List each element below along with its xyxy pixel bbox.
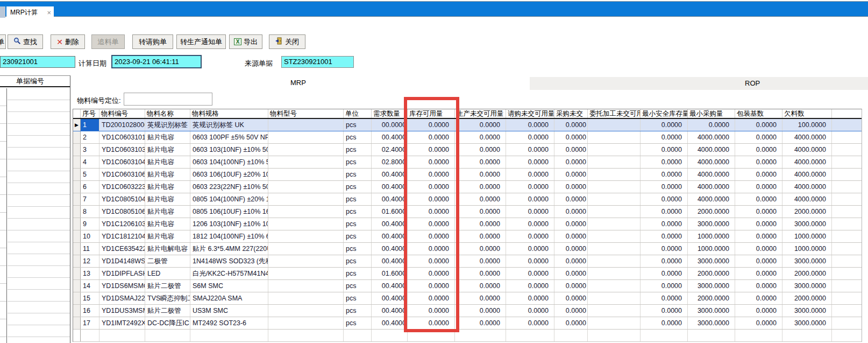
cell-seq[interactable]: 11: [81, 243, 99, 255]
cell-minpurch[interactable]: 1000.0000: [688, 230, 735, 242]
cell-fill[interactable]: [832, 317, 862, 329]
cell-req[interactable]: 0.0000: [506, 181, 554, 193]
cell-fill[interactable]: [832, 156, 862, 168]
cell-pack[interactable]: 0.0000: [735, 169, 782, 180]
column-header-req[interactable]: 请购未交可用量: [506, 109, 554, 118]
cell-spec[interactable]: 0603 100PF ±5% 50V NPO: [190, 131, 268, 143]
cell-model[interactable]: [268, 230, 344, 242]
cell-model[interactable]: [268, 305, 344, 317]
cell-prod[interactable]: 0.0000: [455, 280, 506, 292]
cell-consign[interactable]: [588, 144, 641, 156]
cell-model[interactable]: [268, 280, 344, 292]
cell-model[interactable]: [268, 255, 344, 267]
cell-short[interactable]: 3000.0000: [782, 218, 832, 230]
cell-unit[interactable]: pcs: [344, 169, 372, 180]
cell-unit[interactable]: pcs: [344, 317, 372, 329]
cell-minsafe[interactable]: 0.0000: [641, 268, 688, 279]
cell-stock[interactable]: 0.0000: [408, 305, 455, 317]
cell-prod[interactable]: 0.0000: [455, 206, 506, 218]
cell-unit[interactable]: pcs: [344, 230, 372, 242]
cell-prod[interactable]: 0.0000: [455, 169, 506, 180]
cell-demand[interactable]: 00.4000: [372, 280, 408, 292]
table-row[interactable]: 10YD1C1812104J贴片电容1812 104(100NF) ±10% 6…: [73, 230, 862, 243]
tab-rop[interactable]: [530, 77, 868, 90]
cell-stock[interactable]: 0.0000: [408, 280, 455, 292]
cell-model[interactable]: [268, 268, 344, 279]
cell-fill[interactable]: [832, 169, 862, 180]
cell-code[interactable]: YD1C0603106K: [99, 169, 145, 180]
cell-name[interactable]: 贴片电解电容: [145, 243, 190, 255]
table-row[interactable]: 6YD1C0603223K贴片电容0603 223(22NF) ±10% 50V…: [73, 181, 862, 193]
cell-purch[interactable]: 0.0000: [554, 206, 588, 218]
cell-pack[interactable]: 0.0000: [735, 156, 782, 168]
cell-demand[interactable]: 02.4000: [372, 144, 408, 156]
cell-code[interactable]: YD1DS6MSMCX: [99, 280, 145, 292]
cell-code[interactable]: YD1C1206103K: [99, 218, 145, 230]
cell-minsafe[interactable]: 0.0000: [641, 169, 688, 180]
cell-prod[interactable]: 0.0000: [455, 292, 506, 304]
cell-model[interactable]: [268, 206, 344, 218]
column-header-minpurch[interactable]: 最小采购量: [688, 109, 735, 118]
cell-unit[interactable]: pcs: [344, 255, 372, 267]
cell-purch[interactable]: 0.0000: [554, 181, 588, 193]
cell-minpurch[interactable]: 4000.0000: [688, 181, 735, 193]
table-row[interactable]: 14YD1DS6MSMCX贴片二极管S6M SMCpcs00.40000.000…: [73, 280, 862, 292]
cell-consign[interactable]: [588, 181, 641, 193]
cell-prod[interactable]: 0.0000: [455, 255, 506, 267]
cell-pack[interactable]: 0.0000: [735, 317, 782, 329]
cell-req[interactable]: 0.0000: [506, 243, 554, 255]
cell-prod[interactable]: 0.0000: [455, 268, 506, 279]
cell-req[interactable]: 0.0000: [506, 268, 554, 279]
cell-code[interactable]: YD1DSMAJ220A: [99, 292, 145, 304]
cell-fill[interactable]: [832, 181, 862, 193]
cell-fill[interactable]: [832, 268, 862, 279]
cell-minsafe[interactable]: 0.0000: [641, 218, 688, 230]
cell-name[interactable]: 二极管: [145, 255, 190, 267]
cell-purch[interactable]: 0.0000: [554, 119, 588, 131]
cell-code[interactable]: YD1IMT2492XX: [99, 317, 145, 329]
cell-code[interactable]: YD1C1812104J: [99, 230, 145, 242]
cell-minpurch[interactable]: 2000.0000: [688, 206, 735, 218]
cell-prod[interactable]: 0.0000: [455, 218, 506, 230]
table-row[interactable]: 11YD1CE6354227贴片电解电容贴片 6.3*5.4MM 227(220…: [73, 243, 862, 255]
column-header-purch[interactable]: 采购未交: [554, 109, 588, 118]
cell-minpurch[interactable]: 1000.0000: [688, 243, 735, 255]
cell-minsafe[interactable]: 0.0000: [641, 181, 688, 193]
cell-demand[interactable]: 00.4000: [372, 181, 408, 193]
previous-tab-stub[interactable]: [0, 6, 5, 18]
tab-mrp-calc[interactable]: MRP计算 ×: [6, 6, 54, 18]
cell-seq[interactable]: 9: [81, 218, 99, 230]
cell-prod[interactable]: 0.0000: [455, 144, 506, 156]
cell-demand[interactable]: 00.4000: [372, 230, 408, 242]
cell-req[interactable]: 0.0000: [506, 144, 554, 156]
cell-consign[interactable]: [588, 206, 641, 218]
cell-req[interactable]: 0.0000: [506, 292, 554, 304]
cell-demand[interactable]: 00.4000: [372, 317, 408, 329]
cell-name[interactable]: 贴片电容: [145, 193, 190, 205]
cell-unit[interactable]: pcs: [344, 305, 372, 317]
close-tab-icon[interactable]: ×: [47, 9, 51, 16]
cell-model[interactable]: [268, 243, 344, 255]
cell-prod[interactable]: 0.0000: [455, 305, 506, 317]
cell-unit[interactable]: pcs: [344, 144, 372, 156]
column-header-demand[interactable]: 需求数量: [372, 109, 408, 118]
to-purchase-request-button[interactable]: 转请购单: [132, 34, 173, 49]
cell-seq[interactable]: 8: [81, 206, 99, 218]
cell-name[interactable]: 贴片电容: [145, 144, 190, 156]
cell-stock[interactable]: 0.0000: [408, 206, 455, 218]
cell-purch[interactable]: 0.0000: [554, 230, 588, 242]
cell-minpurch[interactable]: 3000.0000: [688, 280, 735, 292]
cell-spec[interactable]: 0603 106(10UF) ±20% 10V: [190, 169, 268, 180]
cell-fill[interactable]: [832, 206, 862, 218]
cell-name[interactable]: 贴片二极管: [145, 280, 190, 292]
cell-minpurch[interactable]: 2000.0000: [688, 292, 735, 304]
cell-prod[interactable]: 0.0000: [455, 193, 506, 205]
cell-unit[interactable]: pcs: [344, 206, 372, 218]
cell-seq[interactable]: 10: [81, 230, 99, 242]
cell-demand[interactable]: 01.6000: [372, 206, 408, 218]
cell-seq[interactable]: 5: [81, 169, 99, 180]
cell-name[interactable]: 贴片电容: [145, 206, 190, 218]
cell-fill[interactable]: [832, 255, 862, 267]
cell-seq[interactable]: 6: [81, 181, 99, 193]
cell-fill[interactable]: [832, 243, 862, 255]
